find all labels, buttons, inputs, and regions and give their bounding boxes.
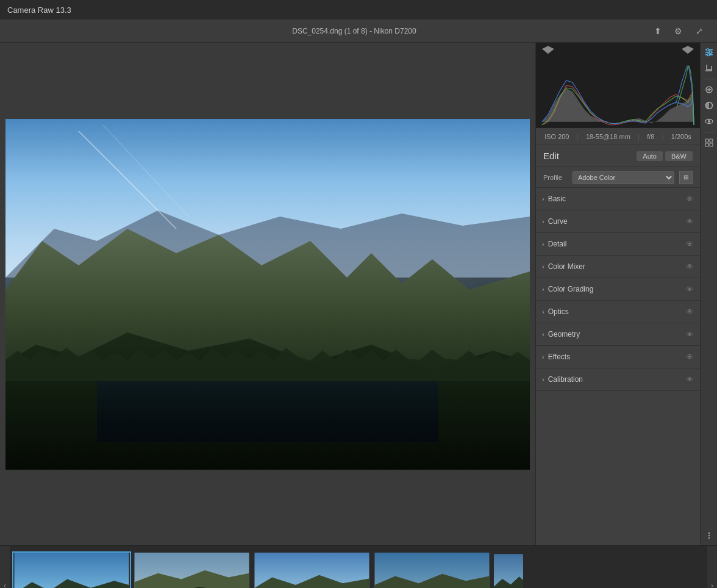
section-optics-label: Optics: [548, 307, 686, 316]
section-curve-label: Curve: [548, 217, 686, 226]
heal-tool[interactable]: [702, 82, 716, 97]
section-effects-label: Effects: [548, 353, 686, 361]
settings-button[interactable]: ⚙: [671, 23, 687, 39]
more-icon: [704, 531, 714, 540]
panel-sections: › Basic 👁 › Curve 👁 › Detail 👁: [536, 188, 700, 545]
eye-detail-icon[interactable]: 👁: [686, 240, 694, 249]
profile-row: Profile Adobe Color Adobe Landscape Adob…: [536, 167, 700, 188]
chevron-detail-icon: ›: [542, 240, 544, 248]
filmstrip-area: ‹: [0, 545, 717, 588]
section-color-mixer: › Color Mixer 👁: [536, 256, 700, 278]
section-effects-header[interactable]: › Effects 👁: [536, 346, 700, 368]
section-geometry: › Geometry 👁: [536, 323, 700, 346]
histogram-area: [536, 43, 700, 128]
right-toolbar: [700, 43, 717, 545]
section-detail-header[interactable]: › Detail 👁: [536, 233, 700, 255]
preset-tool[interactable]: [702, 135, 716, 150]
eye-basic-icon[interactable]: 👁: [686, 195, 694, 204]
thumbnail-5[interactable]: [493, 551, 524, 589]
separator3: |: [662, 133, 664, 140]
more-tool[interactable]: [702, 528, 716, 543]
filmstrip-prev-button[interactable]: ‹: [0, 546, 10, 588]
eye-calibration-icon[interactable]: 👁: [686, 375, 694, 384]
eye-optics-icon[interactable]: 👁: [686, 307, 694, 317]
export-button[interactable]: ⬆: [650, 23, 666, 39]
section-geometry-header[interactable]: › Geometry 👁: [536, 323, 700, 345]
profile-select[interactable]: Adobe Color Adobe Landscape Adobe Portra…: [573, 171, 674, 184]
edit-buttons: Auto B&W: [637, 151, 693, 161]
export-icon: ⬆: [654, 26, 662, 36]
section-color-grading-header[interactable]: › Color Grading 👁: [536, 278, 700, 300]
thumbnail-3[interactable]: [252, 551, 371, 589]
thumb-3-image: [254, 553, 370, 589]
thumb-1-image: [13, 553, 130, 589]
expand-button[interactable]: ⤢: [691, 23, 707, 39]
top-bar: DSC_0254.dng (1 of 8) - Nikon D7200 ⬆ ⚙ …: [0, 20, 717, 43]
toolbar-separator-2: [703, 132, 715, 132]
section-color-mixer-label: Color Mixer: [548, 262, 686, 271]
redeye-icon: [704, 117, 714, 126]
separator1: |: [577, 133, 579, 140]
svg-rect-24: [710, 139, 713, 142]
main-layout: ISO 200 | 18-55@18 mm | f/8 | 1/200s Edi…: [0, 43, 717, 545]
section-color-grading-label: Color Grading: [548, 285, 686, 293]
svg-point-28: [708, 535, 709, 536]
canvas-area: [0, 43, 535, 545]
profile-label: Profile: [543, 174, 568, 181]
section-curve-header[interactable]: › Curve 👁: [536, 210, 700, 232]
chevron-curve-icon: ›: [542, 218, 544, 225]
filmstrip-next-button[interactable]: ›: [707, 546, 717, 588]
lens-info: 18-55@18 mm: [586, 133, 630, 140]
chevron-calibration-icon: ›: [542, 376, 544, 383]
thumbnail-2[interactable]: [132, 551, 251, 589]
svg-point-15: [709, 51, 712, 54]
section-optics-header[interactable]: › Optics 👁: [536, 301, 700, 323]
thumbnail-4[interactable]: [373, 551, 491, 589]
section-curve: › Curve 👁: [536, 210, 700, 233]
thumbnail-1[interactable]: [12, 551, 131, 589]
main-image: [5, 119, 530, 470]
redeye-tool[interactable]: [702, 114, 716, 129]
bw-button[interactable]: B&W: [665, 151, 693, 161]
preset-icon: [704, 138, 714, 148]
right-panel: ISO 200 | 18-55@18 mm | f/8 | 1/200s Edi…: [535, 43, 700, 545]
chevron-basic-icon: ›: [542, 195, 544, 203]
crop-tool[interactable]: [702, 61, 716, 76]
section-color-grading: › Color Grading 👁: [536, 278, 700, 301]
svg-point-29: [708, 537, 709, 539]
mask-tool[interactable]: [702, 98, 716, 113]
shutter-info: 1/200s: [671, 133, 691, 140]
eye-color-grading-icon[interactable]: 👁: [686, 285, 694, 294]
auto-button[interactable]: Auto: [637, 151, 663, 161]
section-color-mixer-header[interactable]: › Color Mixer 👁: [536, 256, 700, 278]
svg-rect-23: [705, 139, 708, 142]
eye-geometry-icon[interactable]: 👁: [686, 330, 694, 339]
section-detail: › Detail 👁: [536, 233, 700, 256]
section-optics: › Optics 👁: [536, 301, 700, 323]
adjustments-icon: [704, 48, 714, 57]
title-bar: Camera Raw 13.3: [0, 0, 717, 20]
adjustments-tool[interactable]: [702, 45, 716, 60]
filmstrip-scroll: [10, 546, 707, 588]
chevron-optics-icon: ›: [542, 308, 544, 315]
iso-info: ISO 200: [544, 133, 569, 140]
profile-grid-button[interactable]: ⊞: [679, 171, 693, 184]
eye-curve-icon[interactable]: 👁: [686, 217, 694, 226]
camera-info-bar: ISO 200 | 18-55@18 mm | f/8 | 1/200s: [536, 128, 700, 145]
toolbar-separator-1: [703, 79, 715, 79]
aperture-info: f/8: [647, 133, 654, 140]
eye-effects-icon[interactable]: 👁: [686, 353, 694, 362]
crop-icon: [704, 63, 714, 73]
separator2: |: [638, 133, 640, 140]
chevron-color-grading-icon: ›: [542, 285, 544, 293]
eye-color-mixer-icon[interactable]: 👁: [686, 262, 694, 271]
section-calibration-header[interactable]: › Calibration 👁: [536, 368, 700, 390]
section-calibration: › Calibration 👁: [536, 368, 700, 391]
section-basic-label: Basic: [548, 195, 686, 203]
expand-icon: ⤢: [696, 26, 703, 36]
section-basic-header[interactable]: › Basic 👁: [536, 188, 700, 210]
app-title: Camera Raw 13.3: [7, 5, 71, 15]
section-effects: › Effects 👁: [536, 346, 700, 368]
top-icons: ⬆ ⚙ ⤢: [650, 23, 707, 39]
chevron-color-mixer-icon: ›: [542, 263, 544, 270]
